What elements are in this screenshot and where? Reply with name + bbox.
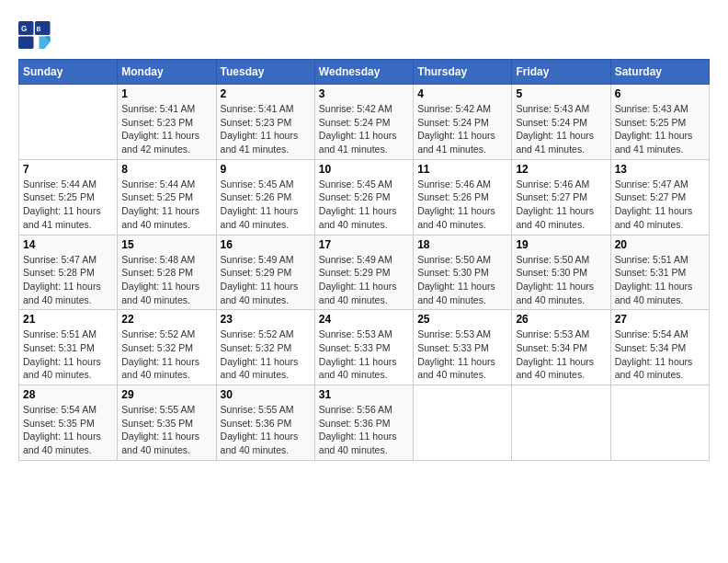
day-number: 20: [615, 238, 705, 251]
calendar-cell: 25Sunrise: 5:53 AM Sunset: 5:33 PM Dayli…: [414, 310, 512, 385]
calendar-cell: 12Sunrise: 5:46 AM Sunset: 5:27 PM Dayli…: [512, 159, 610, 235]
calendar-cell: 13Sunrise: 5:47 AM Sunset: 5:27 PM Dayli…: [610, 159, 709, 235]
calendar-cell: 15Sunrise: 5:48 AM Sunset: 5:28 PM Dayli…: [118, 235, 216, 310]
calendar-cell: 7Sunrise: 5:44 AM Sunset: 5:25 PM Daylig…: [19, 159, 118, 235]
day-detail: Sunrise: 5:53 AM Sunset: 5:34 PM Dayligh…: [516, 327, 606, 382]
day-detail: Sunrise: 5:41 AM Sunset: 5:23 PM Dayligh…: [221, 102, 311, 156]
day-number: 3: [319, 87, 409, 100]
logo-icon: G B: [18, 18, 51, 52]
weekday-header-sunday: Sunday: [19, 60, 118, 85]
day-detail: Sunrise: 5:48 AM Sunset: 5:28 PM Dayligh…: [121, 253, 211, 307]
calendar-cell: [19, 85, 118, 160]
day-number: 28: [23, 388, 113, 401]
calendar-cell: 23Sunrise: 5:52 AM Sunset: 5:32 PM Dayli…: [216, 310, 314, 385]
weekday-header-tuesday: Tuesday: [216, 60, 314, 85]
day-number: 23: [221, 313, 311, 326]
weekday-header-friday: Friday: [512, 60, 610, 85]
weekday-header-thursday: Thursday: [414, 60, 512, 85]
day-detail: Sunrise: 5:47 AM Sunset: 5:27 PM Dayligh…: [615, 178, 705, 232]
calendar-cell: 29Sunrise: 5:55 AM Sunset: 5:35 PM Dayli…: [118, 385, 216, 461]
day-detail: Sunrise: 5:53 AM Sunset: 5:33 PM Dayligh…: [417, 327, 507, 382]
calendar-cell: 18Sunrise: 5:50 AM Sunset: 5:30 PM Dayli…: [414, 235, 512, 310]
calendar-cell: 5Sunrise: 5:43 AM Sunset: 5:24 PM Daylig…: [512, 85, 610, 160]
calendar-week-3: 14Sunrise: 5:47 AM Sunset: 5:28 PM Dayli…: [19, 235, 710, 310]
day-detail: Sunrise: 5:49 AM Sunset: 5:29 PM Dayligh…: [319, 253, 409, 307]
logo: G B: [18, 18, 55, 52]
day-number: 17: [319, 238, 409, 251]
calendar-cell: 30Sunrise: 5:55 AM Sunset: 5:36 PM Dayli…: [216, 385, 314, 461]
calendar-cell: [414, 385, 512, 461]
calendar-cell: 10Sunrise: 5:45 AM Sunset: 5:26 PM Dayli…: [314, 159, 413, 235]
calendar-cell: 28Sunrise: 5:54 AM Sunset: 5:35 PM Dayli…: [19, 385, 118, 461]
calendar-header: SundayMondayTuesdayWednesdayThursdayFrid…: [19, 60, 710, 85]
day-number: 4: [417, 87, 507, 100]
day-number: 11: [417, 163, 507, 176]
day-number: 14: [23, 238, 113, 251]
day-number: 5: [516, 87, 606, 100]
day-number: 31: [319, 388, 409, 401]
calendar-week-2: 7Sunrise: 5:44 AM Sunset: 5:25 PM Daylig…: [19, 159, 710, 235]
day-number: 15: [121, 238, 211, 251]
day-number: 9: [221, 163, 311, 176]
day-number: 8: [121, 163, 211, 176]
calendar-cell: 16Sunrise: 5:49 AM Sunset: 5:29 PM Dayli…: [216, 235, 314, 310]
day-detail: Sunrise: 5:41 AM Sunset: 5:23 PM Dayligh…: [121, 102, 211, 156]
day-number: 18: [417, 238, 507, 251]
day-number: 25: [417, 313, 507, 326]
day-detail: Sunrise: 5:52 AM Sunset: 5:32 PM Dayligh…: [221, 327, 311, 382]
day-detail: Sunrise: 5:45 AM Sunset: 5:26 PM Dayligh…: [221, 178, 311, 232]
day-detail: Sunrise: 5:51 AM Sunset: 5:31 PM Dayligh…: [615, 253, 705, 307]
calendar-cell: 31Sunrise: 5:56 AM Sunset: 5:36 PM Dayli…: [314, 385, 413, 461]
day-detail: Sunrise: 5:56 AM Sunset: 5:36 PM Dayligh…: [319, 403, 409, 457]
calendar-table: SundayMondayTuesdayWednesdayThursdayFrid…: [18, 59, 710, 461]
day-detail: Sunrise: 5:45 AM Sunset: 5:26 PM Dayligh…: [319, 178, 409, 232]
calendar-cell: 4Sunrise: 5:42 AM Sunset: 5:24 PM Daylig…: [414, 85, 512, 160]
svg-rect-2: [18, 37, 34, 50]
day-detail: Sunrise: 5:44 AM Sunset: 5:25 PM Dayligh…: [23, 178, 113, 232]
day-detail: Sunrise: 5:47 AM Sunset: 5:28 PM Dayligh…: [23, 253, 113, 307]
calendar-week-5: 28Sunrise: 5:54 AM Sunset: 5:35 PM Dayli…: [19, 385, 710, 461]
day-number: 6: [615, 87, 705, 100]
day-number: 2: [221, 87, 311, 100]
day-detail: Sunrise: 5:44 AM Sunset: 5:25 PM Dayligh…: [121, 178, 211, 232]
day-detail: Sunrise: 5:55 AM Sunset: 5:35 PM Dayligh…: [121, 403, 211, 457]
calendar-week-4: 21Sunrise: 5:51 AM Sunset: 5:31 PM Dayli…: [19, 310, 710, 385]
day-detail: Sunrise: 5:54 AM Sunset: 5:34 PM Dayligh…: [615, 327, 705, 382]
day-detail: Sunrise: 5:42 AM Sunset: 5:24 PM Dayligh…: [319, 102, 409, 156]
day-detail: Sunrise: 5:43 AM Sunset: 5:24 PM Dayligh…: [516, 102, 606, 156]
calendar-cell: 3Sunrise: 5:42 AM Sunset: 5:24 PM Daylig…: [314, 85, 413, 160]
day-number: 21: [23, 313, 113, 326]
calendar-cell: 22Sunrise: 5:52 AM Sunset: 5:32 PM Dayli…: [118, 310, 216, 385]
calendar-week-1: 1Sunrise: 5:41 AM Sunset: 5:23 PM Daylig…: [19, 85, 710, 160]
day-detail: Sunrise: 5:46 AM Sunset: 5:27 PM Dayligh…: [516, 178, 606, 232]
day-number: 29: [121, 388, 211, 401]
day-number: 22: [121, 313, 211, 326]
calendar-cell: 19Sunrise: 5:50 AM Sunset: 5:30 PM Dayli…: [512, 235, 610, 310]
weekday-header-wednesday: Wednesday: [314, 60, 413, 85]
day-number: 12: [516, 163, 606, 176]
day-number: 30: [221, 388, 311, 401]
day-number: 1: [121, 87, 211, 100]
day-number: 7: [23, 163, 113, 176]
day-detail: Sunrise: 5:43 AM Sunset: 5:25 PM Dayligh…: [615, 102, 705, 156]
day-detail: Sunrise: 5:50 AM Sunset: 5:30 PM Dayligh…: [516, 253, 606, 307]
calendar-cell: [512, 385, 610, 461]
day-number: 26: [516, 313, 606, 326]
calendar-cell: 2Sunrise: 5:41 AM Sunset: 5:23 PM Daylig…: [216, 85, 314, 160]
calendar-cell: 14Sunrise: 5:47 AM Sunset: 5:28 PM Dayli…: [19, 235, 118, 310]
calendar-cell: 20Sunrise: 5:51 AM Sunset: 5:31 PM Dayli…: [610, 235, 709, 310]
calendar-cell: 17Sunrise: 5:49 AM Sunset: 5:29 PM Dayli…: [314, 235, 413, 310]
day-number: 19: [516, 238, 606, 251]
day-number: 13: [615, 163, 705, 176]
day-number: 10: [319, 163, 409, 176]
day-detail: Sunrise: 5:51 AM Sunset: 5:31 PM Dayligh…: [23, 327, 113, 382]
weekday-header-saturday: Saturday: [610, 60, 709, 85]
day-detail: Sunrise: 5:49 AM Sunset: 5:29 PM Dayligh…: [221, 253, 311, 307]
day-number: 16: [221, 238, 311, 251]
day-number: 27: [615, 313, 705, 326]
calendar-cell: 11Sunrise: 5:46 AM Sunset: 5:26 PM Dayli…: [414, 159, 512, 235]
calendar-cell: 1Sunrise: 5:41 AM Sunset: 5:23 PM Daylig…: [118, 85, 216, 160]
day-detail: Sunrise: 5:55 AM Sunset: 5:36 PM Dayligh…: [221, 403, 311, 457]
calendar-cell: 27Sunrise: 5:54 AM Sunset: 5:34 PM Dayli…: [610, 310, 709, 385]
day-detail: Sunrise: 5:42 AM Sunset: 5:24 PM Dayligh…: [417, 102, 507, 156]
